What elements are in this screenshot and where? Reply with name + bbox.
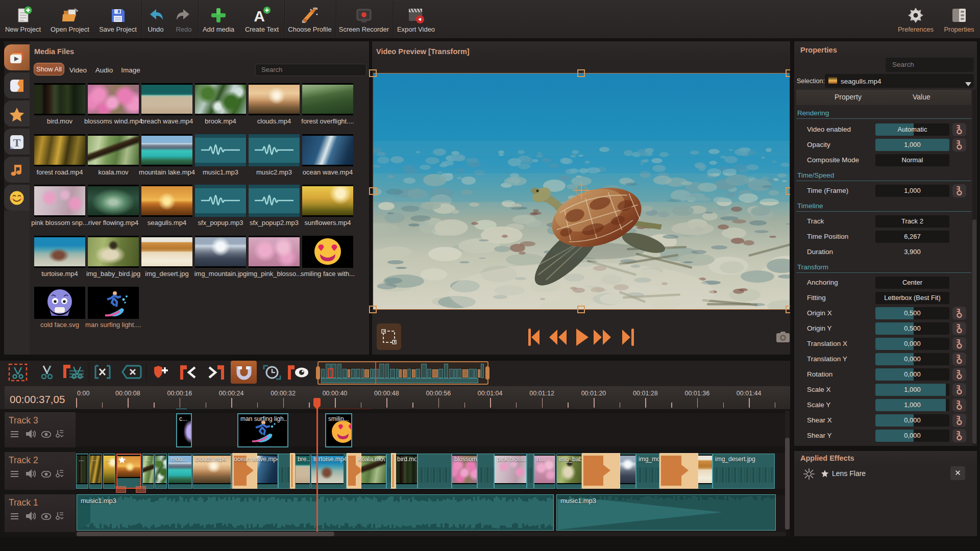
svg-text:T: T	[13, 136, 21, 149]
svg-text:A: A	[254, 8, 265, 24]
